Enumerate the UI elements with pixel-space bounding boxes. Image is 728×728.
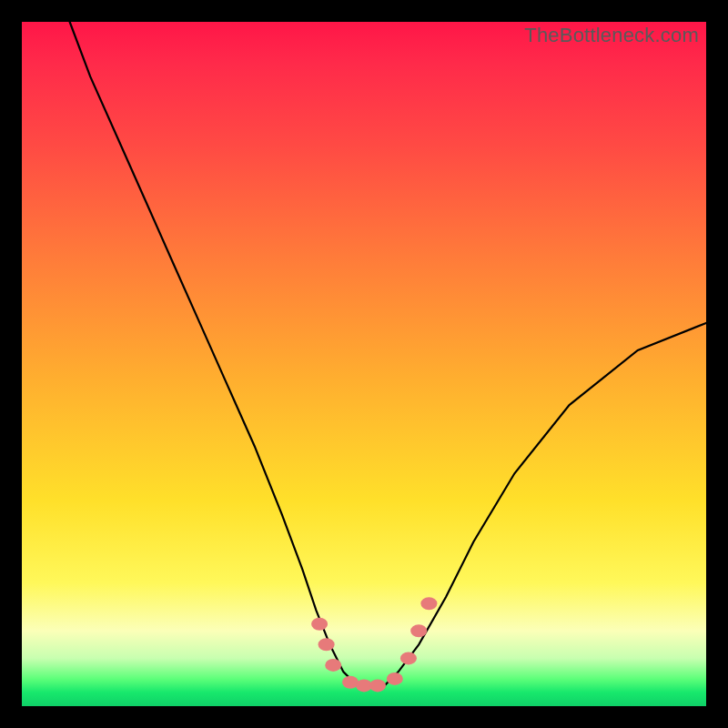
bottleneck-curve xyxy=(70,22,706,685)
highlight-dot xyxy=(318,638,335,651)
highlight-dot xyxy=(410,624,427,637)
highlight-dot xyxy=(387,672,403,685)
highlight-dot xyxy=(420,597,437,610)
plot-area: TheBottleneck.com xyxy=(22,22,706,706)
highlight-dot xyxy=(369,679,386,692)
highlight-dot xyxy=(400,652,417,664)
curve-svg xyxy=(22,22,706,706)
highlight-dot xyxy=(311,618,328,631)
highlight-dot xyxy=(325,659,341,672)
chart-frame: TheBottleneck.com xyxy=(0,0,728,728)
